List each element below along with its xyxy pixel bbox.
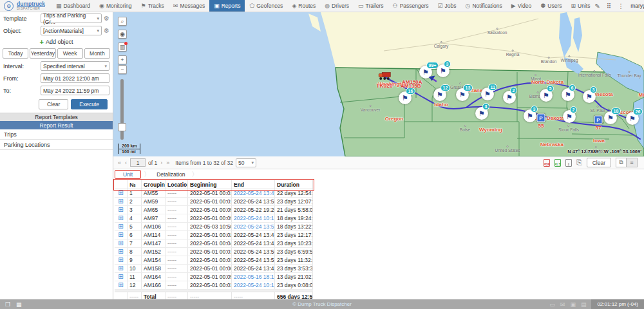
zoom-slider-handle[interactable] [118,123,126,131]
expand-row-icon[interactable]: ⊞ [118,232,123,238]
nav-item-drivers[interactable]: ◍Drivers [320,0,354,12]
nav-item-video[interactable]: ▶Video [507,0,536,12]
card-icon[interactable]: ▭ [549,301,555,308]
template-settings-wrench-icon[interactable]: ⚙ [104,15,109,22]
unit-cluster-marker[interactable]: ⚑13 [456,88,469,101]
unit-cluster-marker[interactable]: ⚑3 [583,90,596,103]
unit-cluster-marker[interactable]: ⚑5 [540,89,553,102]
print-icon[interactable]: ⎘ [576,158,582,167]
expand-row-icon[interactable]: ⊞ [118,207,123,213]
expand-row-icon[interactable]: ⊞ [118,240,123,247]
unit-cluster-marker[interactable]: ⚑3 [437,64,450,77]
column-header-duration[interactable]: Duration [275,180,313,189]
map-canvas[interactable]: WashingtonOregonIdahoMontanaWyomingNorth… [113,12,644,156]
nav-item-monitoring[interactable]: ◉Monitoring [95,0,137,12]
map-visibility-button[interactable]: ◉ [118,30,127,39]
column-header-end[interactable]: End [232,180,275,189]
execute-button[interactable]: Execute [71,99,108,109]
nav-item-routes[interactable]: ◈Routes [287,0,320,12]
from-date-input[interactable]: May 01 2022 12:00 am [41,73,109,83]
range-button-yesterday[interactable]: Yesterday [30,48,55,59]
table-row[interactable]: ⊞11AM164-----2022-05-01 00:05:322022-05-… [115,273,313,281]
column-header--[interactable]: № [128,180,142,189]
nav-item-tracks[interactable]: ⚑Tracks [137,0,169,12]
to-date-input[interactable]: May 24 2022 11:59 pm [41,86,109,95]
username[interactable]: marygrace [630,3,644,9]
nav-item-dashboard[interactable]: ▦Dashboard [52,0,95,12]
page-number-input[interactable]: 1 [130,158,146,167]
unit-cluster-marker[interactable]: ⚑26 [626,112,639,125]
expand-row-icon[interactable]: ⊞ [118,215,123,221]
column-header-beginning[interactable]: Beginning [188,180,232,189]
apps-grid-icon[interactable]: ⠿ [607,3,611,10]
draw-icon[interactable]: ✎ [594,3,600,10]
range-button-month[interactable]: Month [84,48,110,59]
table-row[interactable]: ⊞4AM97-----2022-05-01 00:09:512022-05-24… [115,214,313,223]
last-page-button[interactable]: » [166,160,170,166]
table-row[interactable]: ⊞9AM154-----2022-05-01 00:03:282022-05-2… [115,256,313,265]
unit-cluster-marker[interactable]: ⚑6 [562,88,574,101]
unit-cluster-marker[interactable]: ⚑2 [563,110,576,123]
brand-logo[interactable]: ⊙ dumptruck DISPATCHER [0,1,52,11]
nav-item-notifications[interactable]: ◷Notifications [461,0,507,12]
result-item-trips[interactable]: Trips [0,129,113,140]
unit-cluster-marker[interactable]: ⚑3 [524,109,536,122]
export-file-icon[interactable]: ⇩ [565,159,572,167]
add-object-button[interactable]: + Add object [0,37,113,47]
column-header-expand[interactable] [115,180,128,189]
unit-cluster-marker[interactable]: ⚑12 [433,88,446,101]
expand-row-icon[interactable]: ⊞ [118,198,123,205]
window-icon[interactable]: ❐ [5,301,10,308]
column-header-location[interactable]: Location [166,180,188,189]
nav-item-units[interactable]: ⊞Units [567,0,595,12]
range-button-week[interactable]: Week [57,48,83,59]
table-row[interactable]: ⊞3AM65-----2022-05-01 00:05:052022-05-22… [115,206,313,214]
table-row[interactable]: ⊞1AM55-----2022-05-01 00:01:592022-05-24… [115,189,313,198]
map-search-button[interactable]: ⌕ [118,17,127,26]
expand-row-icon[interactable]: ⊞ [118,223,123,230]
zoom-slider-track[interactable] [120,79,124,140]
table-row[interactable]: ⊞2AM59-----2022-05-01 00:01:552022-05-24… [115,198,313,206]
table-row[interactable]: ⊞8AM152-----2022-05-01 00:01:482022-05-2… [115,248,313,256]
grid-icon[interactable]: ▦ [16,301,22,308]
nav-item-users[interactable]: ⚉Users [536,0,566,12]
export-pdf-icon[interactable]: PDF [544,159,550,167]
prev-page-button[interactable]: ‹ [124,160,128,166]
report-templates-section[interactable]: Report Templates [0,113,113,121]
expand-row-icon[interactable]: ⊞ [118,265,123,272]
table-row[interactable]: ⊞5AM106-----2022-05-03 10:50:112022-05-2… [115,223,313,231]
page-size-select[interactable]: 50▾ [236,158,256,167]
clear-report-button[interactable]: Clear [587,158,611,167]
object-settings-wrench-icon[interactable]: ⚙ [104,27,109,34]
parking-marker-57[interactable]: P57 [594,116,603,131]
unit-cluster-marker[interactable]: ⚑3 [475,107,488,120]
nav-item-reports[interactable]: ▣Reports [209,0,245,12]
result-item-parking-locations[interactable]: Parking Locations [0,140,113,150]
column-header-grouping[interactable]: Grouping [142,180,166,189]
tab-detalization[interactable]: Detalization [153,171,189,178]
expand-row-icon[interactable]: ⊞ [118,274,123,280]
parking-marker-55[interactable]: P55 [537,114,545,129]
unit-cluster-marker[interactable]: ⚑2 [503,91,516,104]
nav-item-geofences[interactable]: ⬠Geofences [245,0,287,12]
unit-cluster-marker[interactable]: ⚑18 [604,111,617,124]
export-excel-icon[interactable]: XLS [554,159,561,167]
report-result-section[interactable]: Report Result [0,121,113,129]
image-icon[interactable]: ▣ [570,301,576,308]
first-page-button[interactable]: « [117,160,122,166]
expand-row-icon[interactable]: ⊞ [118,257,123,263]
clear-button[interactable]: Clear [39,99,68,109]
map-view-toggle[interactable]: ⧉ [616,158,627,167]
nav-item-messages[interactable]: ✉Messages [169,0,209,12]
unit-cluster-marker[interactable]: ⚑16 [399,91,412,104]
zoom-out-button[interactable]: − [118,65,127,74]
table-row[interactable]: ⊞7AM147-----2022-05-01 00:04:072022-05-2… [115,239,313,248]
table-row[interactable]: ⊞10AM158-----2022-05-01 00:06:292022-05-… [115,265,313,273]
nav-item-passengers[interactable]: ⚇Passengers [388,0,433,12]
interval-select[interactable]: Specified interval▾ [41,61,109,71]
next-page-button[interactable]: › [160,160,163,166]
nav-item-jobs[interactable]: ☑Jobs [433,0,461,12]
panel-icon[interactable]: ▤ [581,301,587,308]
nav-item-trailers[interactable]: ▭Trailers [354,0,388,12]
object-select[interactable]: [ActionMaterials]▾ [41,26,102,35]
